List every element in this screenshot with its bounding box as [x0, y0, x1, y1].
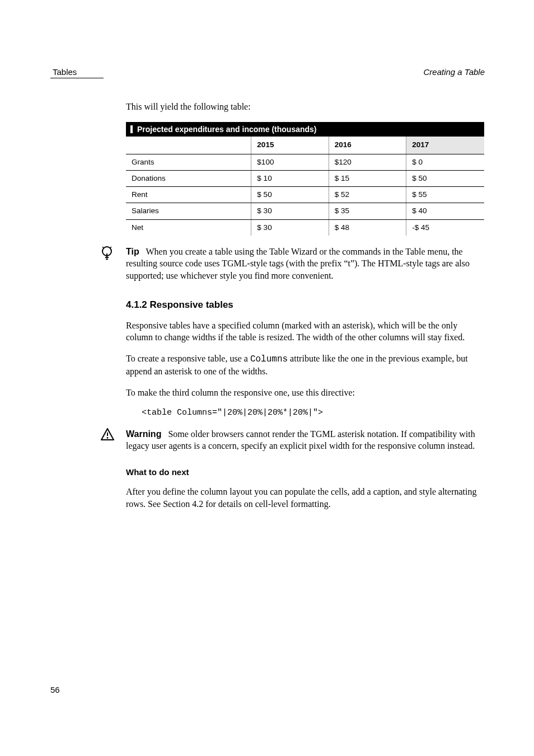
tip-label: Tip: [126, 247, 139, 256]
warning-block: Warning Some older browsers cannot rende…: [101, 428, 484, 452]
warning-text: Warning Some older browsers cannot rende…: [126, 428, 484, 452]
responsive-para-1: Responsive tables have a specified colum…: [126, 320, 484, 344]
table-row: Grants $100 $120 $ 0: [126, 154, 484, 170]
table-cell: $ 50: [406, 170, 484, 186]
table-row: Rent $ 50 $ 52 $ 55: [126, 187, 484, 203]
section-title: 4.1.2 Responsive tables: [126, 299, 484, 312]
table-cell: $120: [329, 154, 406, 170]
table-cell: $ 0: [406, 154, 484, 170]
what-next-body: After you define the column layout you c…: [126, 486, 484, 510]
table-cell: Salaries: [126, 203, 251, 219]
table-body: Grants $100 $120 $ 0 Donations $ 10 $ 15…: [126, 154, 484, 236]
table-row: Net $ 30 $ 48 -$ 45: [126, 219, 484, 236]
header-rule: [50, 78, 104, 78]
table-cell: Net: [126, 219, 251, 236]
table-header-2017: 2017: [406, 137, 484, 154]
table-cell: $ 52: [329, 187, 406, 203]
table-cell: $ 55: [406, 187, 484, 203]
table-cell: -$ 45: [406, 219, 484, 236]
tip-block: Tip When you create a table using the Ta…: [101, 246, 484, 282]
warning-body: Some older browsers cannot render the TG…: [126, 429, 475, 451]
table-cell: Donations: [126, 170, 251, 186]
responsive-para-2: To create a responsive table, use a Colu…: [126, 353, 484, 378]
expenditures-table: Projected expenditures and income (thous…: [126, 122, 484, 236]
header-right: Creating a Table: [423, 67, 485, 77]
intro-text: This will yield the following table:: [126, 101, 484, 113]
table-cell: Rent: [126, 187, 251, 203]
svg-point-8: [107, 437, 109, 439]
table-row: Donations $ 10 $ 15 $ 50: [126, 170, 484, 186]
warning-label: Warning: [126, 429, 161, 439]
responsive-para-3: To make the third column the responsive …: [126, 387, 484, 399]
body-content: This will yield the following table: Pro…: [126, 101, 484, 510]
table-cell: $ 30: [251, 203, 329, 219]
warning-icon: [101, 428, 114, 440]
table-header-blank: [126, 137, 251, 154]
table-cell: $100: [251, 154, 329, 170]
columns-code: Columns: [250, 354, 288, 364]
table-cell: $ 40: [406, 203, 484, 219]
table-cell: $ 15: [329, 170, 406, 186]
lightbulb-icon: [101, 246, 113, 260]
svg-line-4: [102, 247, 104, 248]
page-number: 56: [50, 685, 60, 694]
page: Tables Creating a Table This will yield …: [0, 0, 534, 756]
table-cell: $ 30: [251, 219, 329, 236]
table-cell: $ 50: [251, 187, 329, 203]
table-header-2016: 2016: [329, 137, 406, 154]
responsive-p2-a: To create a responsive table, use a: [126, 354, 250, 363]
table-title-cell: Projected expenditures and income (thous…: [126, 122, 484, 137]
header-left: Tables: [53, 67, 77, 77]
svg-line-5: [110, 247, 111, 248]
table-cell: $ 10: [251, 170, 329, 186]
table-cell: $ 35: [329, 203, 406, 219]
warning-icon-col: [101, 428, 126, 440]
table-cell: $ 48: [329, 219, 406, 236]
table-cell: Grants: [126, 154, 251, 170]
running-header: Tables Creating a Table: [50, 67, 489, 77]
tip-text: Tip When you create a table using the Ta…: [126, 246, 484, 282]
table-title: Projected expenditures and income (thous…: [137, 125, 317, 134]
title-marker-icon: [130, 125, 133, 133]
what-next-title: What to do next: [126, 467, 484, 478]
code-line: <table Columns="|20%|20%|20%*|20%|">: [142, 407, 484, 419]
table-header-row: 2015 2016 2017: [126, 137, 484, 154]
table-row: Salaries $ 30 $ 35 $ 40: [126, 203, 484, 219]
tip-body: When you create a table using the Table …: [126, 247, 470, 280]
table-header-2015: 2015: [251, 137, 329, 154]
tip-icon-col: [101, 246, 126, 260]
